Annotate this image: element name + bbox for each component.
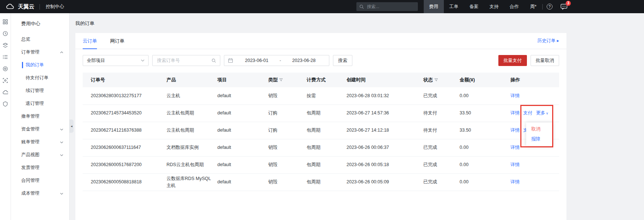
page-title: 我的订单 bbox=[70, 13, 644, 33]
created-time: 2023-06-27 14:57:36 bbox=[347, 104, 423, 122]
topnav-billing[interactable]: 费用 bbox=[424, 0, 444, 13]
billing-mode: 包周期 bbox=[307, 156, 347, 173]
product: 云主机包周期 bbox=[166, 104, 217, 122]
cloud-service-icon[interactable] bbox=[3, 89, 8, 95]
order-detail-link[interactable]: 详情 bbox=[510, 110, 520, 115]
arrow-right-icon: ▸ bbox=[557, 38, 559, 43]
ctyun-logo[interactable]: 天翼云 bbox=[0, 3, 40, 10]
sidebar-group-order-management[interactable]: 订单管理 bbox=[11, 46, 69, 59]
global-search-input[interactable] bbox=[366, 4, 415, 10]
cloud-logo-icon bbox=[6, 4, 15, 10]
billing-mode: 包周期 bbox=[307, 104, 347, 122]
product: 云主机包周期 bbox=[166, 122, 217, 139]
batch-cancel-button[interactable]: 批量取消 bbox=[531, 55, 559, 66]
content-area: 我的订单 云订单 网订单 历史订单 ▸ 全部项目 bbox=[70, 13, 644, 220]
products-grid-icon[interactable] bbox=[3, 19, 8, 25]
table-row: 20230628030132275177 云主机 default 销毁 按需 2… bbox=[83, 87, 559, 104]
date-end-value[interactable]: 2023-06-28 bbox=[282, 58, 325, 63]
collapse-left-icon: ◂ bbox=[71, 124, 72, 128]
storage-layers-icon[interactable] bbox=[3, 43, 8, 48]
search-icon bbox=[359, 4, 364, 9]
search-button[interactable]: 搜索 bbox=[333, 55, 352, 66]
topnav-tickets[interactable]: 工单 bbox=[444, 0, 464, 13]
billing-mode: 包周期 bbox=[307, 139, 347, 156]
sidebar-group-product-view[interactable]: 产品视图 bbox=[11, 148, 69, 161]
order-detail-link[interactable]: 详情 bbox=[510, 162, 520, 167]
database-ring-icon[interactable] bbox=[3, 66, 8, 72]
sidebar-item-overview[interactable]: 总览 bbox=[11, 33, 69, 46]
status-badge: 待支付 bbox=[423, 104, 460, 122]
product: RDS云主机包周期 bbox=[166, 156, 217, 173]
security-shield-icon[interactable] bbox=[3, 101, 8, 107]
order-detail-link[interactable]: 详情 bbox=[510, 179, 520, 184]
sidebar-collapse-handle[interactable]: ◂ bbox=[70, 120, 74, 133]
chevron-down-icon bbox=[60, 154, 63, 156]
type-filter-icon[interactable] bbox=[279, 77, 283, 83]
created-time: 2023-06-27 14:12:18 bbox=[347, 122, 423, 139]
date-start-value[interactable]: 2023-06-01 bbox=[235, 58, 278, 63]
topnav-partners[interactable]: 合作 bbox=[504, 0, 524, 13]
sidebar-group-bills[interactable]: 账单管理 bbox=[11, 136, 69, 148]
order-detail-link[interactable]: 详情 bbox=[510, 145, 520, 150]
order-list-icon[interactable] bbox=[3, 54, 8, 60]
amount: 33.50 bbox=[460, 104, 510, 122]
product-icon-rail bbox=[0, 13, 11, 220]
sidebar-item-invoices[interactable]: 发票管理 bbox=[11, 161, 69, 174]
topnav-icp[interactable]: 备案 bbox=[464, 0, 484, 13]
amount: 0.00 bbox=[460, 139, 510, 156]
sidebar-item-renewal[interactable]: 续订管理 bbox=[11, 84, 69, 97]
sidebar-item-order-cancel-mgmt[interactable]: 撤单管理 bbox=[11, 110, 69, 123]
order-detail-link[interactable]: 详情 bbox=[510, 128, 520, 133]
console-center-link[interactable]: 控制中心 bbox=[40, 4, 70, 10]
status-badge: 已完成 bbox=[423, 156, 460, 173]
dropdown-item-report-fault[interactable]: 报障 bbox=[526, 134, 553, 144]
account-menu[interactable]: 周* bbox=[524, 4, 542, 10]
order-pay-link[interactable]: 支付 bbox=[523, 110, 532, 115]
topnav-support[interactable]: 支持 bbox=[484, 0, 504, 13]
history-orders-link[interactable]: 历史订单 ▸ bbox=[537, 38, 559, 44]
type: 销毁 bbox=[268, 87, 307, 104]
billing-mode: 包周期 bbox=[307, 173, 347, 191]
resource-scan-icon[interactable] bbox=[3, 78, 8, 83]
created-time: 2023-06-26 00:05:09 bbox=[347, 173, 423, 191]
sidebar-group-cost[interactable]: 成本管理 bbox=[11, 187, 69, 200]
topbar: 天翼云 控制中心 费用 工单 备案 支持 合作 周* ? 3 bbox=[0, 0, 644, 13]
table-header-row: 订单号 产品 项目 类型 计费方式 创建时间 状态 金额(¥) 操作 bbox=[83, 73, 559, 87]
sidebar-item-contracts[interactable]: 合同管理 bbox=[11, 174, 69, 187]
search-icon bbox=[211, 58, 216, 63]
billing-sidebar: 费用中心 总览 订单管理 我的订单 待支付订单 续订管理 退订管理 撤单管理 资… bbox=[11, 13, 70, 220]
help-icon[interactable]: ? bbox=[547, 4, 553, 10]
order-detail-link[interactable]: 详情 bbox=[510, 93, 520, 98]
sidebar-item-pending-orders[interactable]: 待支付订单 bbox=[11, 72, 69, 84]
order-number-search[interactable] bbox=[152, 55, 220, 66]
messages-icon[interactable]: 3 bbox=[561, 4, 568, 10]
project: default bbox=[217, 139, 268, 156]
col-project: 项目 bbox=[217, 73, 268, 87]
created-time: 2023-06-26 00:05:18 bbox=[347, 156, 423, 173]
sidebar-group-funds[interactable]: 资金管理 bbox=[11, 123, 69, 136]
col-product: 产品 bbox=[166, 73, 217, 87]
tab-cloud-orders[interactable]: 云订单 bbox=[83, 33, 97, 49]
order-more-link[interactable]: 更多∨ bbox=[536, 110, 548, 115]
orders-table: 订单号 产品 项目 类型 计费方式 创建时间 状态 金额(¥) 操作 bbox=[83, 73, 559, 191]
more-actions-dropdown: 取消 报障 bbox=[526, 122, 553, 146]
col-created-time: 创建时间 bbox=[347, 73, 423, 87]
date-range-picker[interactable]: 2023-06-01 - 2023-06-28 bbox=[224, 55, 329, 66]
amount: 0.00 bbox=[460, 173, 510, 191]
dropdown-item-cancel[interactable]: 取消 bbox=[526, 124, 553, 134]
sidebar-item-unsubscribe[interactable]: 退订管理 bbox=[11, 97, 69, 110]
project: default bbox=[217, 122, 268, 139]
monitor-clock-icon[interactable] bbox=[3, 31, 8, 36]
global-search-box[interactable] bbox=[356, 2, 418, 11]
tab-network-orders[interactable]: 网订单 bbox=[110, 33, 124, 49]
col-status: 状态 bbox=[423, 73, 460, 87]
project-select[interactable]: 全部项目 bbox=[83, 55, 149, 66]
type: 订购 bbox=[268, 122, 307, 139]
sidebar-title: 费用中心 bbox=[11, 13, 69, 33]
order-tabs: 云订单 网订单 历史订单 ▸ bbox=[75, 33, 566, 49]
sidebar-item-my-orders[interactable]: 我的订单 bbox=[11, 59, 69, 72]
order-number-input[interactable] bbox=[156, 58, 207, 63]
status-filter-icon[interactable] bbox=[434, 77, 438, 83]
filter-bar: 全部项目 2023-06-01 - 2023-06-28 搜索 批量支付 批量取… bbox=[75, 49, 566, 70]
batch-pay-button[interactable]: 批量支付 bbox=[498, 55, 527, 66]
